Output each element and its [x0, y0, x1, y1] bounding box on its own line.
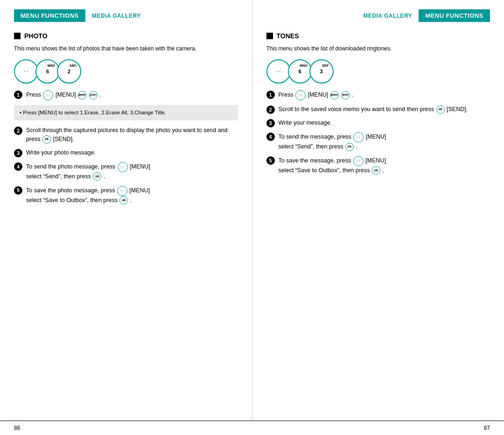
right-step-num-4: 4	[266, 133, 275, 141]
right-key6-button-icon: 6 MNO	[288, 59, 312, 84]
right-key6-sup: MNO	[300, 64, 307, 67]
right-step-5: 5 To save the message, press · · [MENU] …	[266, 156, 490, 175]
right-dots-icon: · ·	[276, 69, 280, 74]
key2-inline-1: 2ABC	[89, 91, 98, 99]
left-step5-content: To save the photo message, press · · [ME…	[26, 186, 238, 205]
key2-label: 2	[68, 69, 70, 74]
left-tip-box: • Press [MENU] to select 1.Erase, 2.Eras…	[14, 105, 238, 120]
key6-inline-1: 6MNO	[78, 91, 86, 99]
step-num-5: 5	[14, 186, 22, 195]
page-container: MENU FUNCTIONS MEDIA GALLERY PHOTO This …	[0, 0, 504, 435]
step-num-3: 3	[14, 149, 22, 157]
right-steps-list: 1 Press · · [MENU] 6MNO 3DEF . 2 Scroll …	[266, 90, 490, 175]
step-num-4: 4	[14, 162, 22, 171]
page-footer: 86 87	[0, 421, 504, 435]
right-step1-content: Press · · [MENU] 6MNO 3DEF .	[279, 90, 490, 100]
left-step-3: 3 Write your photo message.	[14, 148, 238, 157]
right-step-2: 2 Scroll to the saved voice memo you wan…	[266, 105, 490, 114]
right-step-num-3: 3	[266, 119, 275, 127]
right-menu-inline-btn-5: · ·	[353, 156, 364, 166]
right-header-text: MEDIA GALLERY	[357, 10, 419, 22]
right-section-desc: This menu shows the list of downloaded r…	[266, 44, 490, 53]
right-ok-inline-4: ok	[345, 143, 354, 151]
left-section-desc: This menu shows the list of photos that …	[14, 44, 238, 53]
key6-label: 6	[46, 69, 49, 74]
right-step-4: 4 To send the message, press · · [MENU] …	[266, 132, 490, 151]
right-menu-button-icon: · ·	[266, 59, 291, 84]
key2-sup: ABC	[70, 64, 77, 67]
left-page-num: 86	[14, 425, 20, 431]
left-section-title: PHOTO	[14, 32, 238, 40]
left-step2-content: Scroll through the captured pictures to …	[26, 126, 238, 144]
right-ok-inline-2: ok	[436, 105, 445, 114]
menu-inline-btn-4: · ·	[118, 162, 128, 172]
key6-button-icon: 6 MNO	[35, 59, 60, 84]
right-step-3: 3 Write your message.	[266, 119, 490, 127]
right-step2-content: Scroll to the saved voice memo you want …	[279, 105, 490, 114]
title-square-left	[14, 33, 21, 39]
menu-inline-btn-5: · ·	[117, 186, 127, 196]
right-step3-content: Write your message.	[279, 119, 490, 127]
right-key6-label: 6	[298, 69, 301, 74]
ok-inline-5: ok	[119, 196, 128, 204]
key2-button-icon: 2 ABC	[57, 59, 81, 84]
left-steps-list: 1 Press · · [MENU] 6MNO 2ABC .	[14, 90, 238, 100]
right-header: MEDIA GALLERY MENU FUNCTIONS	[266, 9, 490, 22]
left-header-text: MEDIA GALLERY	[85, 10, 147, 22]
right-key3-inline-1: 3DEF	[341, 91, 350, 99]
right-page-num: 87	[484, 425, 490, 431]
step-num-1: 1	[14, 91, 22, 99]
right-menu-inline-btn-1: · ·	[295, 90, 306, 100]
ok-inline-4: ok	[93, 172, 101, 181]
left-step-1: 1 Press · · [MENU] 6MNO 2ABC .	[14, 90, 238, 100]
left-step-4: 4 To send the photo message, press · · […	[14, 162, 238, 181]
right-key3-button-icon: 3 DEF	[309, 59, 334, 84]
right-header-teal: MENU FUNCTIONS	[419, 9, 490, 22]
left-header-teal: MENU FUNCTIONS	[14, 9, 85, 22]
right-ok-inline-5: ok	[372, 166, 380, 175]
left-step-2: 2 Scroll through the captured pictures t…	[14, 126, 238, 144]
key6-sup: MNO	[48, 64, 55, 67]
left-step-5: 5 To save the photo message, press · · […	[14, 186, 238, 205]
dots-icon: · ·	[24, 69, 28, 74]
menu-button-icon: · ·	[14, 59, 38, 84]
content-area: MENU FUNCTIONS MEDIA GALLERY PHOTO This …	[0, 0, 504, 421]
menu-inline-btn-1: · ·	[43, 90, 53, 100]
left-button-icons: · · 6 MNO 2 ABC	[14, 59, 238, 84]
title-square-right	[266, 33, 273, 39]
left-step3-content: Write your photo message.	[26, 148, 238, 157]
left-header: MENU FUNCTIONS MEDIA GALLERY	[14, 9, 238, 22]
right-step-1: 1 Press · · [MENU] 6MNO 3DEF .	[266, 90, 490, 100]
right-key3-sup: DEF	[322, 64, 329, 67]
left-step1-content: Press · · [MENU] 6MNO 2ABC .	[26, 90, 238, 100]
right-section-title: TONES	[266, 32, 490, 40]
ok-inline-2: ok	[42, 135, 51, 144]
left-page: MENU FUNCTIONS MEDIA GALLERY PHOTO This …	[0, 0, 252, 421]
right-button-icons: · · 6 MNO 3 DEF	[266, 59, 490, 84]
right-key3-label: 3	[320, 69, 322, 74]
right-step5-content: To save the message, press · · [MENU] se…	[279, 156, 490, 175]
left-tip-text: Press [MENU] to select 1.Erase, 2.Erase …	[23, 110, 166, 115]
right-page: MEDIA GALLERY MENU FUNCTIONS TONES This …	[252, 0, 504, 421]
right-menu-inline-btn-4: · ·	[353, 132, 364, 142]
right-step4-content: To send the message, press · · [MENU] se…	[279, 132, 490, 151]
right-key6-inline-1: 6MNO	[330, 91, 339, 99]
step-num-2: 2	[14, 126, 22, 135]
left-step4-content: To send the photo message, press · · [ME…	[26, 162, 238, 181]
right-step-num-2: 2	[266, 105, 275, 114]
left-steps-list-2: 2 Scroll through the captured pictures t…	[14, 126, 238, 204]
right-step-num-1: 1	[266, 91, 275, 99]
right-step-num-5: 5	[266, 156, 275, 165]
